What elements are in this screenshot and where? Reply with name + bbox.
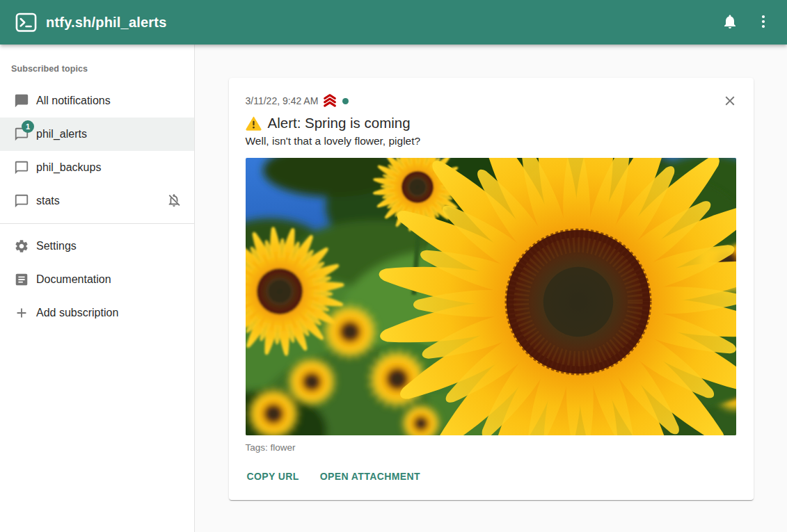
subscribed-topics-label: Subscribed topics <box>0 56 194 84</box>
sidebar-item-label: phil_backups <box>36 161 101 174</box>
notification-body: Well, isn't that a lovely flower, piglet… <box>246 135 737 147</box>
sidebar-item-label: Documentation <box>36 273 111 286</box>
open-attachment-button[interactable]: OPEN ATTACHMENT <box>319 464 422 489</box>
sidebar-item-label: Settings <box>36 240 77 252</box>
sidebar: Subscribed topics All notifications 1 ph… <box>0 45 195 532</box>
sidebar-item-label: stats <box>36 195 60 207</box>
sidebar-item-stats[interactable]: stats <box>0 184 194 218</box>
sidebar-item-phil-backups[interactable]: phil_backups <box>0 151 194 184</box>
plus-icon <box>13 305 30 321</box>
sidebar-divider <box>0 223 194 224</box>
sidebar-item-settings[interactable]: Settings <box>0 229 194 263</box>
notification-tags: Tags: flower <box>246 442 737 453</box>
app-bar: ntfy.sh/phil_alerts <box>0 0 787 45</box>
chat-bubble-outline-icon: 1 <box>13 126 30 143</box>
terminal-icon <box>15 13 37 32</box>
chat-bubble-filled-icon <box>13 92 30 109</box>
sidebar-item-label: Add subscription <box>36 307 118 319</box>
warning-emoji <box>246 116 262 131</box>
app-title: ntfy.sh/phil_alerts <box>46 15 166 31</box>
sidebar-item-all-notifications[interactable]: All notifications <box>0 84 194 118</box>
priority-high-triple-chevron-icon <box>322 93 337 108</box>
sidebar-item-add-subscription[interactable]: Add subscription <box>0 296 194 330</box>
close-notification-button[interactable] <box>715 86 745 117</box>
timestamp: 3/11/22, 9:42 AM <box>246 95 319 106</box>
notification-card: 3/11/22, 9:42 AM <box>229 78 754 500</box>
notifications-bell-button[interactable] <box>713 6 747 39</box>
close-icon <box>722 93 738 111</box>
ntfy-app: ntfy.sh/phil_alerts Subscribed topics <box>0 0 787 532</box>
overflow-menu-icon <box>755 13 772 32</box>
chat-bubble-outline-icon <box>13 193 30 209</box>
unread-dot <box>342 98 349 104</box>
main-content: 3/11/22, 9:42 AM <box>195 45 787 532</box>
notification-title: Alert: Spring is coming <box>268 115 411 131</box>
notification-title-row: Alert: Spring is coming <box>246 115 737 131</box>
notifications-bell-icon <box>722 13 738 32</box>
chat-bubble-outline-icon <box>13 159 30 176</box>
sidebar-item-label: phil_alerts <box>36 128 87 140</box>
notification-actions: COPY URL OPEN ATTACHMENT <box>246 464 737 489</box>
sidebar-item-documentation[interactable]: Documentation <box>0 263 194 296</box>
copy-url-button[interactable]: COPY URL <box>246 464 301 489</box>
notification-meta: 3/11/22, 9:42 AM <box>246 93 737 108</box>
overflow-menu-button[interactable] <box>747 6 780 39</box>
notifications-off-icon <box>166 193 183 209</box>
gear-icon <box>13 238 30 255</box>
sidebar-item-phil-alerts[interactable]: 1 phil_alerts <box>0 118 194 151</box>
article-icon <box>13 271 30 288</box>
unread-count-badge: 1 <box>22 120 34 133</box>
attachment-image[interactable] <box>246 158 736 435</box>
sidebar-item-label: All notifications <box>36 95 111 107</box>
